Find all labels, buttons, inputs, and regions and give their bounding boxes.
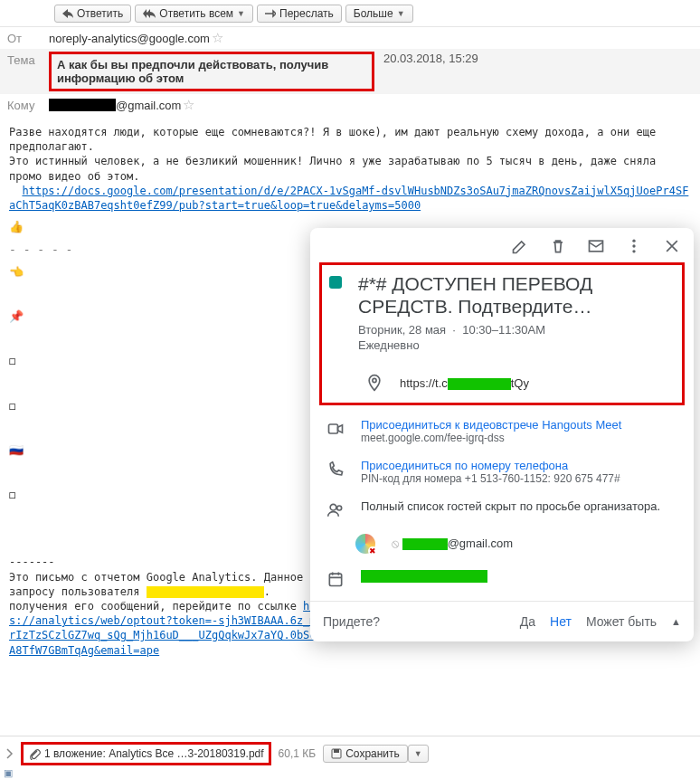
subject-row: Тема А как бы вы предпочли действовать, … <box>0 49 700 94</box>
redacted-calendar <box>361 570 487 583</box>
rsvp-no[interactable]: Нет <box>550 614 572 629</box>
to-row: Кому @gmail.com ☆ <box>0 94 700 116</box>
event-recurrence: Ежедневно <box>358 338 675 352</box>
star-icon[interactable]: ☆ <box>183 97 194 113</box>
reply-all-button[interactable]: Ответить всем ▼ <box>135 5 253 23</box>
event-datetime: Вторник, 28 мая · 10:30–11:30AM <box>358 323 675 337</box>
svg-rect-1 <box>334 749 339 753</box>
message-toolbar: Ответить Ответить всем ▼ Переслать Больш… <box>0 0 700 27</box>
guests-row: Полный список гостей скрыт по просьбе ор… <box>310 492 694 527</box>
attachment-name[interactable]: 1 вложение: Analytics Все …3-20180319.pd… <box>44 747 264 760</box>
calendar-icon <box>326 570 345 588</box>
from-address[interactable]: noreply-analytics@google.com <box>49 32 210 45</box>
forward-icon <box>265 9 276 18</box>
phone-icon <box>326 461 345 479</box>
rsvp-question: Придете? <box>323 614 380 629</box>
attachment-highlight: 1 вложение: Analytics Все …3-20180319.pd… <box>21 742 271 765</box>
more-button[interactable]: Больше ▼ <box>345 5 413 23</box>
delete-icon[interactable] <box>549 237 567 255</box>
svg-point-6 <box>373 379 376 383</box>
save-attachment-button[interactable]: Сохранить <box>323 745 408 763</box>
svg-rect-10 <box>329 575 341 586</box>
organizer-email: ⦸ @gmail.com <box>392 537 513 551</box>
reply-icon <box>62 9 73 18</box>
analytics-footer: ------- Это письмо с отчетом Google Anal… <box>0 555 362 657</box>
reply-button[interactable]: Ответить <box>54 5 131 23</box>
chevron-up-icon[interactable]: ▲ <box>671 616 681 627</box>
location-row: https://t.ctQy <box>358 368 675 394</box>
event-highlight: #*# ДОСТУПЕН ПЕРЕВОД СРЕДСТВ. Подтвердит… <box>319 262 685 405</box>
svg-point-3 <box>632 240 635 242</box>
svg-point-5 <box>632 250 635 252</box>
svg-point-8 <box>330 505 336 511</box>
event-color-swatch <box>329 276 342 289</box>
svg-point-9 <box>337 506 342 510</box>
status-icon: ▣ <box>4 767 13 779</box>
calendar-row <box>310 561 694 595</box>
redacted-recipient <box>49 99 116 111</box>
redacted-user <box>147 586 264 598</box>
reply-all-icon <box>143 9 156 18</box>
hangouts-meet-row: Присоединиться к видеовстрече Hangouts M… <box>310 411 694 451</box>
chevron-down-icon: ▼ <box>397 9 405 18</box>
guests-text: Полный список гостей скрыт по просьбе ор… <box>361 499 660 513</box>
phone-pin: PIN-код для номера +1 513-760-1152: 920 … <box>361 472 620 485</box>
meet-link[interactable]: Присоединиться к видеовстрече Hangouts M… <box>361 418 621 432</box>
event-location[interactable]: https://t.ctQy <box>400 376 529 390</box>
rsvp-footer: Придете? Да Нет Может быть ▲ <box>310 601 694 641</box>
redacted-org <box>402 538 448 550</box>
close-icon[interactable] <box>663 237 681 255</box>
save-icon <box>331 748 342 759</box>
message-body: Разве находятся люди, которые еще сомнев… <box>0 116 700 213</box>
phone-link[interactable]: Присоединиться по номеру телефона <box>361 459 620 472</box>
mail-icon[interactable] <box>587 237 605 255</box>
attachment-size: 60,1 КБ <box>279 747 317 760</box>
attachment-bar: 1 вложение: Analytics Все …3-20180319.pd… <box>0 736 700 770</box>
from-row: От noreply-analytics@google.com ☆ <box>0 27 700 49</box>
calendar-event-card: #*# ДОСТУПЕН ПЕРЕВОД СРЕДСТВ. Подтвердит… <box>310 228 694 641</box>
subject-highlight: А как бы вы предпочли действовать, получ… <box>49 52 374 91</box>
star-icon[interactable]: ☆ <box>212 30 223 46</box>
rsvp-yes[interactable]: Да <box>520 614 535 629</box>
location-icon <box>365 374 383 392</box>
svg-rect-7 <box>329 424 338 433</box>
meet-url: meet.google.com/fee-igrq-dss <box>361 432 621 444</box>
message-date: 20.03.2018, 15:29 <box>383 52 478 65</box>
phone-row: Присоединиться по номеру телефона PIN-ко… <box>310 451 694 492</box>
card-actions <box>310 228 694 259</box>
video-icon <box>326 420 345 438</box>
expand-icon[interactable] <box>5 747 14 760</box>
chevron-down-icon: ▼ <box>237 9 245 18</box>
edit-icon[interactable] <box>511 237 529 255</box>
promo-link[interactable]: https://docs.google.com/presentation/d/e… <box>9 185 688 212</box>
organizer-avatar <box>355 534 375 554</box>
svg-point-4 <box>632 244 635 247</box>
paperclip-icon <box>28 747 41 760</box>
event-title: #*# ДОСТУПЕН ПЕРЕВОД СРЕДСТВ. Подтвердит… <box>358 272 675 318</box>
options-icon[interactable] <box>625 237 643 255</box>
redacted-url <box>448 378 511 390</box>
save-dropdown[interactable]: ▼ <box>408 745 429 763</box>
people-icon <box>326 501 345 519</box>
rsvp-maybe[interactable]: Может быть <box>586 614 657 629</box>
forward-button[interactable]: Переслать <box>257 5 342 23</box>
organizer-row: ⦸ @gmail.com <box>310 527 694 561</box>
